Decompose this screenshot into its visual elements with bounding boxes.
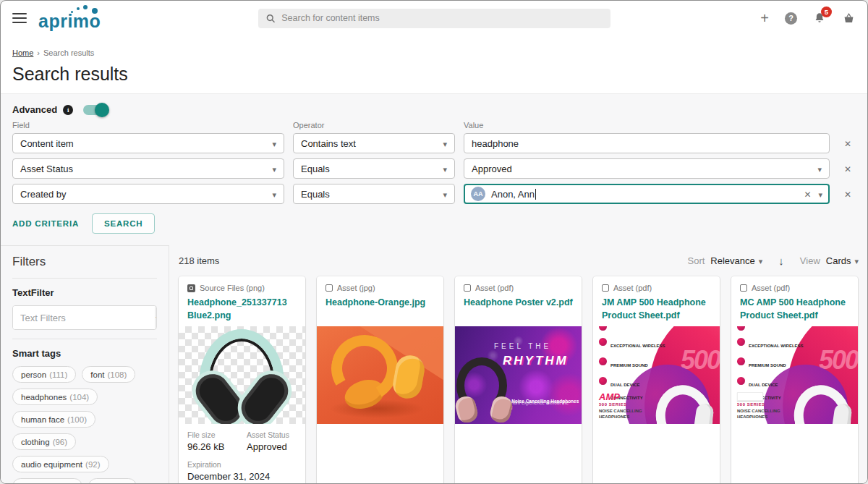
card-title-link[interactable]: JM AMP 500 Headphone Product Sheet.pdf	[602, 296, 711, 322]
field-select-row1[interactable]: Content item	[12, 133, 284, 153]
meta-value: December 31, 2024	[187, 471, 297, 482]
basket-icon[interactable]	[842, 12, 856, 25]
field-column-label: Field	[12, 121, 284, 133]
meta-value: Approved	[247, 441, 289, 452]
criteria-builder: Field Operator Value Content item Contai…	[1, 121, 867, 209]
tag-chip-person[interactable]: person(111)	[12, 366, 76, 383]
meta-label: File size	[187, 430, 247, 439]
asset-icon	[326, 284, 333, 292]
operator-select-row1[interactable]: Contains text	[293, 133, 455, 153]
field-select-row2[interactable]: Asset Status	[12, 158, 284, 179]
asset-card-jm-amp-500-sheet-pdf[interactable]: Asset (pdf) JM AMP 500 Headphone Product…	[593, 276, 720, 483]
operator-select-row2[interactable]: Equals	[293, 158, 455, 179]
breadcrumb: Home Search results	[1, 35, 867, 57]
logo-text: aprimo	[38, 11, 101, 31]
tag-chip-headphones[interactable]: headphones(104)	[12, 389, 98, 405]
card-type: Asset (pdf)	[475, 284, 514, 292]
notifications-bell-icon[interactable]: 5	[813, 12, 826, 25]
text-cursor	[535, 189, 536, 200]
logo-dot	[92, 8, 98, 14]
card-thumbnail: 500 EXCEPTIONAL WIRELESS PREMIUM SOUND D…	[731, 326, 858, 424]
value-input-row1[interactable]: headphone	[464, 133, 830, 153]
logo-dot	[71, 11, 73, 13]
view-label: View	[800, 255, 820, 266]
field-select-value: Content item	[20, 138, 272, 149]
card-title-link[interactable]: Headphone Poster v2.pdf	[464, 296, 573, 309]
breadcrumb-home-link[interactable]: Home	[12, 48, 33, 57]
search-button[interactable]: SEARCH	[92, 213, 155, 234]
avatar: AA	[471, 187, 485, 201]
chevron-down-icon	[443, 138, 447, 149]
meta-label: Expiration	[187, 460, 297, 469]
tag-chip-font[interactable]: font(108)	[82, 366, 135, 383]
global-search-bar[interactable]	[258, 9, 610, 28]
results-cards-grid: Source Files (png) Headphone_251337713 B…	[179, 276, 859, 483]
advanced-toggle[interactable]	[83, 105, 108, 115]
card-metadata: File size 96.26 kB Asset Status Approved…	[179, 424, 305, 482]
headphones-graphic	[324, 328, 405, 409]
tag-chip-text[interactable]: text(73)	[88, 478, 137, 484]
asset-card-headphone-poster-pdf[interactable]: Asset (pdf) Headphone Poster v2.pdf FEEL…	[455, 276, 582, 483]
search-panel-region: Advanced Field Operator Value Content it…	[1, 93, 867, 483]
card-title-link[interactable]: Headphone-Orange.jpg	[326, 296, 435, 309]
top-bar-actions: 5	[760, 11, 856, 25]
menu-icon[interactable]	[12, 13, 27, 23]
notification-badge: 5	[821, 7, 832, 17]
add-icon[interactable]	[760, 11, 769, 25]
operator-select-value: Equals	[301, 164, 443, 174]
chevron-down-icon	[272, 189, 276, 200]
meta-value: 96.26 kB	[187, 441, 247, 452]
help-icon[interactable]	[785, 12, 797, 25]
operator-select-row3[interactable]: Equals	[293, 184, 455, 204]
asset-card-headphone-blue-png[interactable]: Source Files (png) Headphone_251337713 B…	[179, 276, 305, 483]
view-select[interactable]: Cards	[826, 255, 859, 266]
top-bar: aprimo 5	[1, 1, 867, 35]
remove-criteria-row2-button[interactable]	[838, 162, 857, 175]
remove-criteria-row3-button[interactable]	[838, 187, 857, 200]
tag-chip-audio-equipment[interactable]: audio equipment(92)	[12, 456, 109, 472]
aprimo-app-window: aprimo 5 Home Search results Search r	[0, 0, 868, 484]
search-icon	[265, 13, 276, 24]
operator-column-label: Operator	[293, 121, 455, 133]
divider	[12, 278, 157, 279]
card-type: Asset (pdf)	[752, 284, 790, 292]
text-filter-input[interactable]	[13, 306, 155, 329]
clear-value-icon[interactable]	[804, 189, 811, 200]
field-select-row3[interactable]: Created by	[12, 184, 284, 204]
tag-chip-clothing[interactable]: clothing(96)	[12, 433, 76, 450]
asset-icon	[740, 284, 747, 292]
card-title-link[interactable]: Headphone_251337713 Blue2.png	[187, 296, 297, 322]
chevron-down-icon	[272, 164, 276, 174]
logo-dot	[77, 7, 80, 10]
asset-card-mc-amp-500-sheet-pdf[interactable]: Asset (pdf) MC AMP 500 Headphone Product…	[731, 276, 858, 483]
value-text: Approved	[472, 164, 817, 174]
close-icon	[844, 137, 851, 150]
global-search-input[interactable]	[281, 13, 603, 23]
sort-direction-icon[interactable]	[778, 255, 784, 267]
card-title-link[interactable]: MC AMP 500 Headphone Product Sheet.pdf	[740, 296, 849, 322]
asset-icon	[464, 284, 471, 292]
aprimo-logo[interactable]: aprimo	[38, 7, 101, 30]
tag-chip-human-face[interactable]: human face(100)	[12, 411, 95, 428]
value-select-row2[interactable]: Approved	[464, 158, 830, 179]
remove-criteria-row1-button[interactable]	[838, 137, 857, 150]
sort-select[interactable]: Relevance	[710, 255, 762, 266]
logo-box	[737, 392, 763, 401]
sort-label: Sort	[688, 255, 705, 266]
card-thumbnail	[317, 326, 443, 424]
results-tools: Sort Relevance View Cards	[688, 255, 859, 267]
chevron-down-icon	[817, 164, 822, 174]
tag-chip-earphone[interactable]: earphone(74)	[12, 478, 82, 484]
info-icon[interactable]	[63, 105, 73, 115]
add-criteria-button[interactable]: ADD CRITERIA	[12, 219, 79, 228]
smart-tags-list: person(111) font(108) headphones(104) hu…	[12, 366, 157, 484]
criteria-actions: ADD CRITERIA SEARCH	[1, 209, 867, 242]
operator-select-value: Equals	[301, 189, 443, 200]
asset-card-headphone-orange-jpg[interactable]: Asset (jpg) Headphone-Orange.jpg	[317, 276, 443, 483]
add-text-filter-button[interactable]	[155, 306, 157, 329]
card-type: Asset (jpg)	[337, 284, 375, 292]
chevron-down-icon	[759, 255, 763, 266]
chevron-down-icon	[443, 164, 447, 174]
chevron-down-icon	[854, 255, 859, 266]
value-person-picker-row3[interactable]: AA Anon, Ann	[464, 184, 830, 204]
